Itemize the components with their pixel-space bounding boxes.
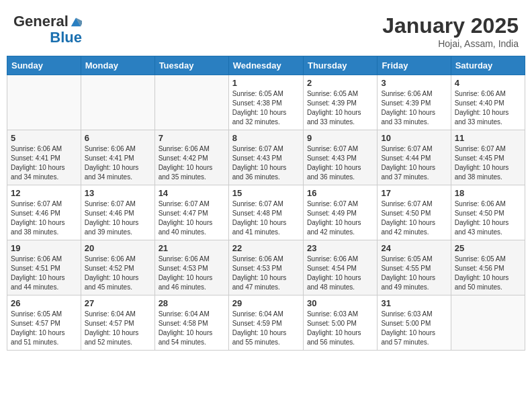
calendar-day-cell: 29Sunrise: 6:04 AM Sunset: 4:59 PM Dayli…: [228, 295, 303, 351]
calendar-day-cell: 6Sunrise: 6:06 AM Sunset: 4:41 PM Daylig…: [81, 130, 154, 185]
day-number: 20: [85, 243, 151, 253]
day-number: 1: [232, 78, 300, 88]
day-number: 24: [381, 243, 447, 253]
calendar-day-cell: 26Sunrise: 6:05 AM Sunset: 4:57 PM Dayli…: [7, 295, 81, 351]
calendar-header-tuesday: Tuesday: [154, 56, 228, 75]
logo: General Blue: [13, 13, 82, 46]
calendar-week-row: 12Sunrise: 6:07 AM Sunset: 4:46 PM Dayli…: [7, 185, 525, 240]
calendar-header-row: SundayMondayTuesdayWednesdayThursdayFrid…: [7, 56, 525, 75]
day-info: Sunrise: 6:06 AM Sunset: 4:54 PM Dayligh…: [307, 255, 373, 292]
day-info: Sunrise: 6:06 AM Sunset: 4:52 PM Dayligh…: [85, 255, 151, 292]
day-number: 29: [232, 298, 300, 308]
calendar-day-cell: 30Sunrise: 6:03 AM Sunset: 5:00 PM Dayli…: [303, 295, 377, 351]
calendar-day-cell: 10Sunrise: 6:07 AM Sunset: 4:44 PM Dayli…: [378, 130, 451, 185]
calendar-day-cell: 14Sunrise: 6:07 AM Sunset: 4:47 PM Dayli…: [154, 185, 228, 240]
day-info: Sunrise: 6:04 AM Sunset: 4:59 PM Dayligh…: [232, 310, 300, 347]
day-info: Sunrise: 6:07 AM Sunset: 4:46 PM Dayligh…: [11, 199, 77, 237]
day-number: 18: [455, 188, 521, 198]
logo-general: General: [13, 13, 69, 30]
logo-icon: [70, 15, 82, 28]
day-number: 2: [307, 78, 373, 88]
calendar-header-wednesday: Wednesday: [228, 56, 303, 75]
day-number: 26: [11, 298, 77, 308]
day-number: 23: [307, 243, 373, 253]
calendar-week-row: 1Sunrise: 6:05 AM Sunset: 4:38 PM Daylig…: [7, 75, 525, 130]
day-number: 7: [159, 133, 225, 143]
day-number: 28: [159, 298, 225, 308]
calendar-day-cell: [81, 75, 154, 130]
day-info: Sunrise: 6:07 AM Sunset: 4:47 PM Dayligh…: [159, 199, 225, 237]
day-number: 30: [307, 298, 373, 308]
day-info: Sunrise: 6:04 AM Sunset: 4:57 PM Dayligh…: [85, 310, 151, 347]
calendar-day-cell: 25Sunrise: 6:05 AM Sunset: 4:56 PM Dayli…: [451, 240, 525, 295]
day-info: Sunrise: 6:07 AM Sunset: 4:45 PM Dayligh…: [455, 144, 521, 182]
day-info: Sunrise: 6:07 AM Sunset: 4:49 PM Dayligh…: [307, 199, 373, 237]
calendar-day-cell: 13Sunrise: 6:07 AM Sunset: 4:46 PM Dayli…: [81, 185, 154, 240]
day-number: 31: [381, 298, 447, 308]
calendar-day-cell: 16Sunrise: 6:07 AM Sunset: 4:49 PM Dayli…: [303, 185, 377, 240]
day-info: Sunrise: 6:07 AM Sunset: 4:44 PM Dayligh…: [381, 144, 447, 182]
calendar-day-cell: [451, 295, 525, 351]
calendar-day-cell: 20Sunrise: 6:06 AM Sunset: 4:52 PM Dayli…: [81, 240, 154, 295]
day-number: 22: [232, 243, 300, 253]
day-info: Sunrise: 6:05 AM Sunset: 4:57 PM Dayligh…: [11, 310, 77, 347]
day-number: 8: [232, 133, 300, 143]
day-info: Sunrise: 6:06 AM Sunset: 4:50 PM Dayligh…: [455, 199, 521, 237]
day-number: 25: [455, 243, 521, 253]
calendar-day-cell: 7Sunrise: 6:06 AM Sunset: 4:42 PM Daylig…: [154, 130, 228, 185]
month-title: January 2025: [382, 13, 519, 38]
page-header: General Blue January 2025 Hojai, Assam, …: [7, 7, 525, 52]
calendar-day-cell: 19Sunrise: 6:06 AM Sunset: 4:51 PM Dayli…: [7, 240, 81, 295]
day-info: Sunrise: 6:05 AM Sunset: 4:56 PM Dayligh…: [455, 255, 521, 292]
day-info: Sunrise: 6:06 AM Sunset: 4:41 PM Dayligh…: [85, 144, 151, 182]
day-info: Sunrise: 6:06 AM Sunset: 4:51 PM Dayligh…: [11, 255, 77, 292]
day-number: 13: [85, 188, 151, 198]
calendar-day-cell: 2Sunrise: 6:05 AM Sunset: 4:39 PM Daylig…: [303, 75, 377, 130]
location: Hojai, Assam, India: [382, 38, 519, 49]
day-number: 15: [232, 188, 300, 198]
day-number: 9: [307, 133, 373, 143]
calendar-day-cell: 4Sunrise: 6:06 AM Sunset: 4:40 PM Daylig…: [451, 75, 525, 130]
day-info: Sunrise: 6:06 AM Sunset: 4:39 PM Dayligh…: [381, 89, 447, 127]
calendar-day-cell: 9Sunrise: 6:07 AM Sunset: 4:43 PM Daylig…: [303, 130, 377, 185]
calendar-day-cell: 5Sunrise: 6:06 AM Sunset: 4:41 PM Daylig…: [7, 130, 81, 185]
day-info: Sunrise: 6:03 AM Sunset: 5:00 PM Dayligh…: [381, 310, 447, 347]
day-info: Sunrise: 6:06 AM Sunset: 4:53 PM Dayligh…: [232, 255, 300, 292]
day-number: 17: [381, 188, 447, 198]
day-info: Sunrise: 6:06 AM Sunset: 4:41 PM Dayligh…: [11, 144, 77, 182]
calendar-day-cell: 17Sunrise: 6:07 AM Sunset: 4:50 PM Dayli…: [378, 185, 451, 240]
calendar-day-cell: 1Sunrise: 6:05 AM Sunset: 4:38 PM Daylig…: [228, 75, 303, 130]
calendar-header-sunday: Sunday: [7, 56, 81, 75]
day-number: 16: [307, 188, 373, 198]
day-number: 3: [381, 78, 447, 88]
calendar-day-cell: [7, 75, 81, 130]
calendar-day-cell: 15Sunrise: 6:07 AM Sunset: 4:48 PM Dayli…: [228, 185, 303, 240]
calendar-header-friday: Friday: [378, 56, 451, 75]
calendar-day-cell: 28Sunrise: 6:04 AM Sunset: 4:58 PM Dayli…: [154, 295, 228, 351]
day-info: Sunrise: 6:07 AM Sunset: 4:46 PM Dayligh…: [85, 199, 151, 237]
calendar-day-cell: 3Sunrise: 6:06 AM Sunset: 4:39 PM Daylig…: [378, 75, 451, 130]
day-info: Sunrise: 6:04 AM Sunset: 4:58 PM Dayligh…: [159, 310, 225, 347]
calendar-day-cell: [154, 75, 228, 130]
calendar-header-monday: Monday: [81, 56, 154, 75]
day-number: 11: [455, 133, 521, 143]
day-info: Sunrise: 6:07 AM Sunset: 4:43 PM Dayligh…: [307, 144, 373, 182]
calendar-day-cell: 22Sunrise: 6:06 AM Sunset: 4:53 PM Dayli…: [228, 240, 303, 295]
day-number: 6: [85, 133, 151, 143]
day-number: 27: [85, 298, 151, 308]
day-info: Sunrise: 6:05 AM Sunset: 4:38 PM Dayligh…: [232, 89, 300, 127]
day-info: Sunrise: 6:06 AM Sunset: 4:53 PM Dayligh…: [159, 255, 225, 292]
calendar-day-cell: 27Sunrise: 6:04 AM Sunset: 4:57 PM Dayli…: [81, 295, 154, 351]
day-number: 10: [381, 133, 447, 143]
day-info: Sunrise: 6:05 AM Sunset: 4:39 PM Dayligh…: [307, 89, 373, 127]
day-info: Sunrise: 6:07 AM Sunset: 4:43 PM Dayligh…: [232, 144, 300, 182]
calendar-header-thursday: Thursday: [303, 56, 377, 75]
day-info: Sunrise: 6:06 AM Sunset: 4:40 PM Dayligh…: [455, 89, 521, 127]
calendar-day-cell: 23Sunrise: 6:06 AM Sunset: 4:54 PM Dayli…: [303, 240, 377, 295]
day-info: Sunrise: 6:06 AM Sunset: 4:42 PM Dayligh…: [159, 144, 225, 182]
day-info: Sunrise: 6:05 AM Sunset: 4:55 PM Dayligh…: [381, 255, 447, 292]
day-number: 5: [11, 133, 77, 143]
day-number: 12: [11, 188, 77, 198]
calendar-table: SundayMondayTuesdayWednesdayThursdayFrid…: [7, 56, 525, 351]
day-info: Sunrise: 6:03 AM Sunset: 5:00 PM Dayligh…: [307, 310, 373, 347]
